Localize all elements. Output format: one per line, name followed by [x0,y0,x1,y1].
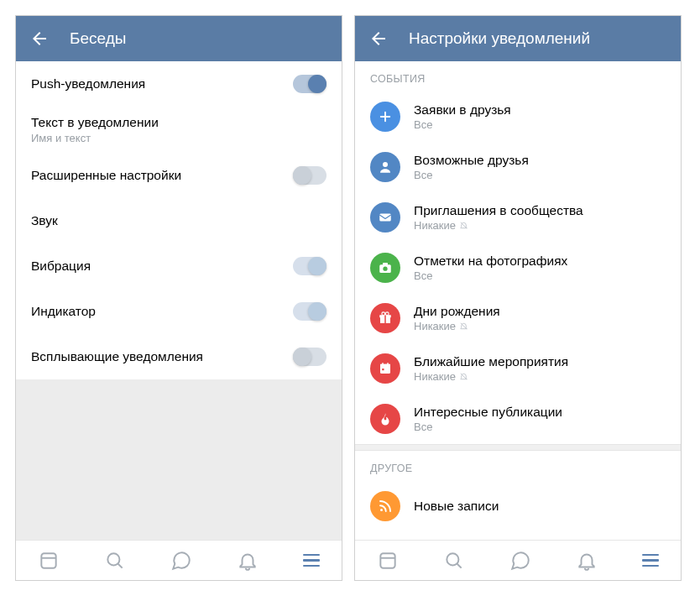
toggle-switch[interactable] [293,75,326,93]
nav-notifications-icon[interactable] [237,550,259,572]
camera-icon [370,253,400,283]
phone-right: Настройки уведомлений События Заявки в д… [354,15,682,581]
notification-item[interactable]: Возможные друзьяВсе [355,142,681,192]
notification-item[interactable]: Отметки на фотографияхВсе [355,243,681,293]
nav-search-icon[interactable] [443,550,465,572]
notification-item[interactable]: Ближайшие мероприятияНикакие [355,343,681,394]
notification-item[interactable]: Приглашения в сообществаНикакие [355,192,681,243]
row-title: Вибрация [31,259,293,274]
svg-rect-6 [383,263,388,265]
page-title-right: Настройки уведомлений [409,29,590,48]
item-title: Возможные друзья [414,153,666,168]
row-title: Push-уведомления [31,76,293,91]
settings-row[interactable]: Всплывающие уведомления [16,334,342,379]
nav-feed-icon[interactable] [38,550,60,572]
svg-point-19 [447,553,459,565]
nav-messages-icon[interactable] [509,550,531,572]
page-title-left: Беседы [70,29,126,48]
settings-row[interactable]: Звук [16,198,342,243]
settings-row[interactable]: Индикатор [16,289,342,334]
item-subtitle: Все [414,169,666,181]
section-header-events: События [355,61,681,91]
nav-notifications-icon[interactable] [576,550,598,572]
user-icon [370,152,400,182]
row-subtitle: Имя и текст [31,132,326,144]
svg-point-2 [383,162,388,167]
svg-point-10 [382,312,385,316]
section-divider [355,444,681,451]
nav-search-icon[interactable] [104,550,126,572]
toggle-switch[interactable] [293,166,326,185]
navbar-left [16,540,342,580]
item-title: Интересные публикации [414,405,666,420]
item-title: Приглашения в сообщества [414,203,666,218]
row-title: Расширенные настройки [31,168,293,183]
section-header-other: Другое [355,451,681,481]
settings-row[interactable]: Текст в уведомленииИмя и текст [16,107,342,153]
settings-row[interactable]: Push-уведомления [16,61,342,107]
svg-point-1 [108,553,120,565]
header-right: Настройки уведомлений [355,16,681,61]
nav-feed-icon[interactable] [377,550,399,572]
phone-left: Беседы Push-уведомленияТекст в уведомлен… [15,15,342,581]
svg-point-17 [380,509,383,511]
nav-menu-icon[interactable] [642,554,659,567]
svg-rect-9 [384,315,386,323]
item-title: Дни рождения [414,304,666,319]
row-title: Текст в уведомлении [31,115,326,130]
notification-item[interactable]: Новые записи [355,481,681,531]
item-title: Новые записи [414,499,666,514]
gift-icon [370,303,400,333]
notification-item[interactable]: Интересные публикацииВсе [355,394,681,444]
item-title: Заявки в друзья [414,102,666,118]
svg-rect-3 [379,214,391,222]
item-subtitle: Никакие [414,320,666,332]
mail-icon [370,202,400,233]
back-arrow-icon[interactable] [29,29,50,49]
back-arrow-icon[interactable] [368,29,389,49]
item-subtitle: Никакие [414,219,666,232]
fire-icon [370,404,400,434]
svg-rect-16 [382,369,384,370]
nav-menu-icon[interactable] [303,554,320,567]
plus-icon [370,102,400,132]
content-left: Push-уведомленияТекст в уведомленииИмя и… [16,61,342,540]
item-title: Ближайшие мероприятия [414,354,666,369]
header-left: Беседы [16,16,342,61]
svg-rect-18 [381,553,395,567]
svg-rect-13 [380,364,390,367]
calendar-icon [370,353,400,384]
row-title: Индикатор [31,304,293,319]
row-title: Всплывающие уведомления [31,349,293,364]
settings-row[interactable]: Расширенные настройки [16,153,342,198]
notification-item[interactable]: Заявки в друзьяВсе [355,91,681,142]
item-subtitle: Все [414,118,666,131]
navbar-right [355,540,681,580]
svg-point-5 [383,267,387,271]
item-subtitle: Все [414,421,666,433]
toggle-switch[interactable] [293,348,326,366]
toggle-switch[interactable] [293,257,326,275]
row-title: Звук [31,213,326,228]
settings-row[interactable]: Вибрация [16,243,342,289]
notification-item[interactable]: Дни рожденияНикакие [355,293,681,343]
content-right: События Заявки в друзьяВсеВозможные друз… [355,61,681,540]
item-subtitle: Никакие [414,370,666,383]
svg-rect-0 [42,553,56,567]
item-title: Отметки на фотографиях [414,254,666,269]
rss-icon [370,491,400,521]
empty-area [16,379,342,540]
svg-point-11 [385,312,389,316]
nav-messages-icon[interactable] [170,550,192,572]
svg-rect-15 [387,363,389,365]
item-subtitle: Все [414,269,666,282]
toggle-switch[interactable] [293,302,326,321]
svg-rect-14 [382,363,384,365]
